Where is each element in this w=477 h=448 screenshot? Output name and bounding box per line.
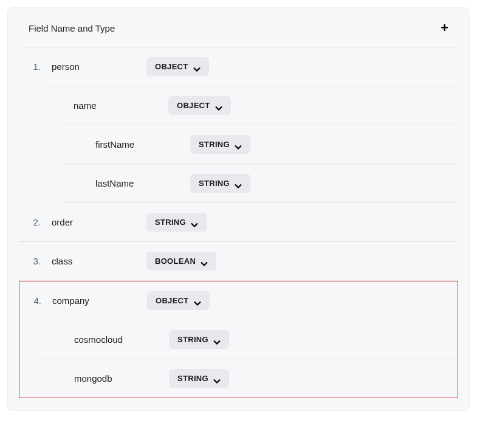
chevron-down-icon xyxy=(193,64,201,69)
plus-icon: + xyxy=(441,20,448,35)
highlighted-field-group: 4. company OBJECT . cosmocloud STRING xyxy=(19,281,458,398)
add-field-button[interactable]: + xyxy=(441,21,448,35)
field-name: lastName xyxy=(84,178,134,188)
field-row: . cosmocloud STRING xyxy=(41,320,458,359)
type-label: STRING xyxy=(199,179,230,188)
row-number: 1. xyxy=(19,61,41,72)
field-name: name xyxy=(63,100,97,111)
header-title: Field Name and Type xyxy=(29,23,115,33)
field-row: 2. order STRING xyxy=(19,203,458,241)
type-selector[interactable]: BOOLEAN xyxy=(146,252,216,271)
type-label: STRING xyxy=(199,140,230,149)
chevron-down-icon xyxy=(194,298,201,303)
type-selector[interactable]: STRING xyxy=(146,213,207,232)
type-label: OBJECT xyxy=(155,62,188,71)
chevron-down-icon xyxy=(201,259,208,264)
row-number: 4. xyxy=(19,295,41,306)
type-selector[interactable]: STRING xyxy=(190,174,250,193)
type-label: STRING xyxy=(177,374,208,383)
type-selector[interactable]: STRING xyxy=(169,330,229,349)
field-name: person xyxy=(41,61,80,72)
chevron-down-icon xyxy=(215,103,222,108)
field-name: cosmocloud xyxy=(63,334,123,345)
field-row: . lastName STRING xyxy=(63,164,458,202)
row-number: 3. xyxy=(19,256,41,266)
field-row: . firstName STRING xyxy=(63,125,458,164)
field-row: 4. company OBJECT xyxy=(19,281,458,320)
field-row: 3. class BOOLEAN xyxy=(19,241,458,280)
chevron-down-icon xyxy=(235,181,242,186)
type-label: STRING xyxy=(155,218,186,227)
field-row: . mongodb STRING xyxy=(41,359,458,398)
type-label: STRING xyxy=(177,335,208,344)
field-name: order xyxy=(41,217,73,227)
field-name: company xyxy=(41,295,89,306)
chevron-down-icon xyxy=(213,376,221,381)
field-row: 1. person OBJECT xyxy=(19,47,458,86)
field-name: mongodb xyxy=(63,373,112,384)
type-selector[interactable]: OBJECT xyxy=(147,291,210,310)
type-selector[interactable]: STRING xyxy=(190,135,250,154)
chevron-down-icon xyxy=(213,337,221,342)
type-label: OBJECT xyxy=(177,101,210,110)
row-number: 2. xyxy=(19,217,41,227)
chevron-down-icon xyxy=(235,142,242,147)
type-label: OBJECT xyxy=(156,296,189,305)
schema-editor-card: Field Name and Type + 1. person OBJECT .… xyxy=(7,7,470,411)
type-selector[interactable]: OBJECT xyxy=(146,57,209,76)
type-label: BOOLEAN xyxy=(155,257,196,266)
field-name: firstName xyxy=(84,139,134,150)
type-selector[interactable]: OBJECT xyxy=(168,96,231,115)
chevron-down-icon xyxy=(191,220,198,225)
header: Field Name and Type + xyxy=(19,21,458,47)
type-selector[interactable]: STRING xyxy=(169,369,229,388)
field-name: class xyxy=(41,256,72,266)
field-row: . name OBJECT xyxy=(41,86,458,125)
